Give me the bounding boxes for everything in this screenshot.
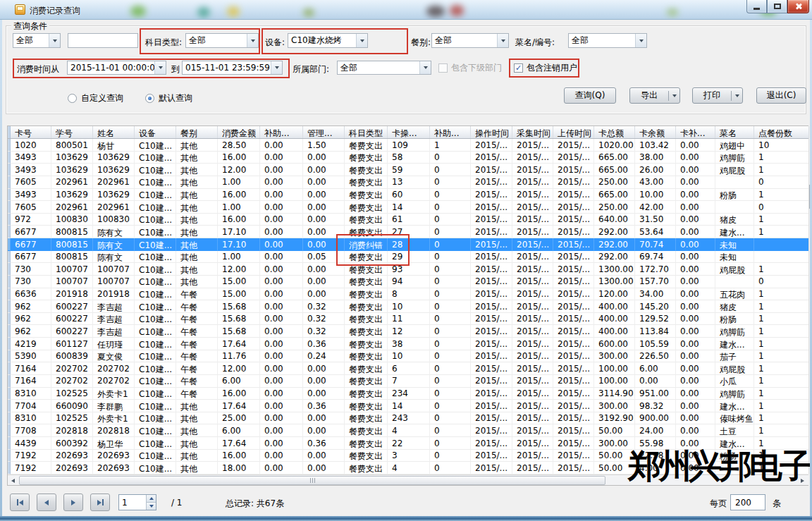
table-row[interactable]: 3493103629103629C10建...其他12.000.000.00餐费… xyxy=(8,164,808,176)
table-row[interactable]: 4219601127任玥瑾C10建...午餐17.640.000.36餐费支出3… xyxy=(8,338,808,350)
table-row[interactable]: 7164202702202702C10建...午餐6.000.000.00餐费支… xyxy=(8,375,808,388)
chevron-down-icon[interactable] xyxy=(154,61,166,74)
table-cell: 0 xyxy=(430,388,471,400)
export-button[interactable]: 导出 xyxy=(629,87,680,104)
table-row[interactable]: 6677800815陈有文C10建...其他1.000.000.05餐费支出29… xyxy=(8,251,808,264)
column-header[interactable]: 操作时间 xyxy=(471,126,512,138)
device-combobox[interactable]: C10建水烧烤 xyxy=(288,33,368,48)
column-header[interactable]: 卡操... xyxy=(388,126,430,138)
table-cell: 0.00 xyxy=(260,226,303,238)
column-header[interactable]: 采集时间 xyxy=(512,126,553,138)
table-row[interactable]: 8310102525外卖卡1C10建...其他25.000.000.00餐费支出… xyxy=(8,412,808,425)
search-type-combobox[interactable]: 全部 xyxy=(13,33,61,48)
table-row[interactable]: 7708202818202818C10建...其他6.000.000.00餐费支… xyxy=(8,424,808,437)
radio-circle[interactable] xyxy=(145,94,154,103)
table-cell: 2015/... xyxy=(471,226,512,238)
subject-type-combobox[interactable]: 全部 xyxy=(185,33,259,48)
table-row[interactable]: 7605202961202961C10建...其他1.000.000.00餐费支… xyxy=(8,201,808,214)
table-row[interactable]: 3493103629103629C10建...其他16.000.000.00餐费… xyxy=(8,152,808,164)
column-header[interactable]: 科目类型 xyxy=(345,126,388,138)
column-header[interactable]: 补助... xyxy=(260,126,303,138)
chevron-down-icon[interactable] xyxy=(669,94,679,97)
table-cell: 0 xyxy=(430,338,471,350)
chevron-down-icon[interactable] xyxy=(49,34,60,47)
table-cell: 餐费支出 xyxy=(345,176,388,189)
table-cell: 0.24 xyxy=(303,350,345,363)
exit-button[interactable]: 退出(C) xyxy=(756,87,806,104)
table-row[interactable]: 972100830100830C10建...其他16.000.000.00餐费支… xyxy=(8,214,808,226)
column-header[interactable]: 菜名 xyxy=(715,126,754,138)
close-button[interactable] xyxy=(787,0,809,13)
print-button[interactable]: 打印 xyxy=(692,87,743,104)
horizontal-scroll-thumb[interactable] xyxy=(19,476,605,485)
table-row[interactable]: 1020800501杨甘C10建...其他28.500.001.50餐费支出10… xyxy=(8,139,808,152)
chevron-down-icon[interactable] xyxy=(356,34,367,47)
column-header[interactable]: 卡号 xyxy=(11,126,51,138)
table-cell: 其他 xyxy=(176,214,218,226)
first-page-button[interactable] xyxy=(10,494,30,511)
table-cell: 2015/... xyxy=(553,362,594,375)
minimize-button[interactable] xyxy=(746,0,767,13)
table-row[interactable]: 6636201918201918C10建...午餐15.000.000.00餐费… xyxy=(8,288,808,301)
next-page-button[interactable] xyxy=(63,494,83,511)
spin-down-icon[interactable] xyxy=(147,502,156,510)
column-header[interactable]: 补助... xyxy=(430,126,471,138)
titlebar[interactable]: 消费记录查询 xyxy=(0,0,812,20)
per-page-input[interactable]: 200 xyxy=(730,494,765,510)
chevron-down-icon[interactable] xyxy=(419,61,431,74)
column-header[interactable]: 卡余额 xyxy=(635,126,676,138)
previous-page-button[interactable] xyxy=(37,494,56,511)
table-row[interactable]: 8310102525外卖卡1C10建...午餐16.000.000.00餐费支出… xyxy=(8,388,808,400)
custom-query-radio[interactable]: 自定义查询 xyxy=(68,92,123,104)
table-row[interactable]: 5390600839夏文俊C10建...午餐11.760.000.24餐费支出1… xyxy=(8,350,808,363)
dish-combobox[interactable]: 全部 xyxy=(568,33,647,48)
column-header[interactable]: 上传时间 xyxy=(553,126,594,138)
table-row[interactable]: 6677800815陈有文C10建...其他17.100.000.00餐费支出2… xyxy=(8,226,808,238)
time-from-picker[interactable]: 2015-11-01 00:00:0 xyxy=(67,61,166,75)
column-header[interactable]: 卡总额 xyxy=(594,126,635,138)
page-number-spinner[interactable]: 1 xyxy=(118,494,156,510)
table-cell: 16.00 xyxy=(218,189,260,202)
table-row[interactable]: 962600227李吉超C10建...午餐15.680.000.32餐费支出12… xyxy=(8,325,808,338)
column-header[interactable]: 管理... xyxy=(303,126,345,138)
maximize-button[interactable] xyxy=(767,0,787,13)
chevron-down-icon[interactable] xyxy=(247,34,258,47)
time-to-picker[interactable]: 015-11-01 23:59:59 xyxy=(182,61,283,75)
table-cell: 2015/... xyxy=(471,375,512,388)
table-cell: C10建... xyxy=(135,152,176,164)
column-header[interactable]: 消费金额 xyxy=(218,126,260,138)
checkbox-check-icon[interactable]: ✓ xyxy=(514,63,523,73)
table-cell: 0 xyxy=(430,214,471,226)
table-row[interactable]: 7704660090李群鹏C10建...其他17.640.000.36餐费支出1… xyxy=(8,400,808,412)
radio-circle[interactable] xyxy=(68,94,77,103)
spin-up-icon[interactable] xyxy=(147,495,156,502)
column-header[interactable]: 学号 xyxy=(51,126,93,138)
query-button[interactable]: 查询(Q) xyxy=(564,87,616,104)
column-header[interactable]: 卡补... xyxy=(676,126,715,138)
include-cancelled-users-checkbox[interactable]: ✓ 包含注销用户 xyxy=(514,62,577,74)
table-row[interactable]: 6677800815陈有文C10建...其他17.100.000.00消费纠错2… xyxy=(8,238,808,251)
table-row[interactable]: 7605202961202961C10建...其他1.000.000.00餐费支… xyxy=(8,176,808,189)
chevron-down-icon[interactable] xyxy=(271,61,282,74)
column-header[interactable]: 姓名 xyxy=(93,126,135,138)
table-row[interactable]: 962600227李吉超C10建...午餐15.680.000.32餐费支出10… xyxy=(8,300,808,313)
table-row[interactable]: 3493103629103629C10建...其他16.000.000.00餐费… xyxy=(8,189,808,202)
table-row[interactable]: 730100707100707C10建...其他12.000.000.00餐费支… xyxy=(8,263,808,276)
chevron-down-icon[interactable] xyxy=(635,34,646,47)
table-row[interactable]: 730100707100707C10建...其他15.000.000.00餐费支… xyxy=(8,276,808,288)
spinner-buttons[interactable] xyxy=(146,495,156,510)
chevron-down-icon[interactable] xyxy=(497,34,508,47)
column-header[interactable]: 点餐份数 xyxy=(754,126,809,138)
table-row[interactable]: 7164202702202702C10建...午餐12.000.000.00餐费… xyxy=(8,362,808,375)
table-cell: 2015/... xyxy=(553,462,594,474)
chevron-down-icon[interactable] xyxy=(732,94,742,97)
meal-combobox[interactable]: 全部 xyxy=(431,33,509,48)
search-text-input[interactable] xyxy=(68,33,138,48)
last-page-button[interactable] xyxy=(90,494,110,511)
scroll-left-icon[interactable] xyxy=(8,476,18,485)
table-row[interactable]: 962600227李吉超C10建...午餐15.680.000.32餐费支出11… xyxy=(8,313,808,326)
department-combobox[interactable]: 全部 xyxy=(337,61,431,75)
default-query-radio[interactable]: 默认查询 xyxy=(145,92,192,104)
column-header[interactable]: 餐别 xyxy=(176,126,218,138)
column-header[interactable]: 设备 xyxy=(135,126,176,138)
